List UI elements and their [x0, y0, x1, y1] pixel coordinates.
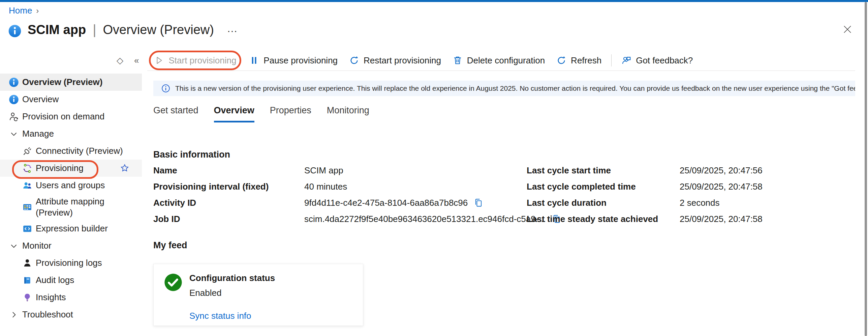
trash-icon [453, 55, 463, 65]
chevron-right-icon [9, 310, 18, 319]
info-banner: This is a new version of the provisionin… [153, 81, 855, 96]
sidebar-group-manage[interactable]: Manage [0, 125, 142, 142]
info-row-name: Name SCIM app [153, 162, 561, 178]
page-title: SCIM app | Overview (Preview) … [8, 22, 238, 38]
scim-app-overview-page: Home › SCIM app | Overview (Preview) … ◇… [0, 0, 868, 336]
delete-configuration-button[interactable]: Delete configuration [447, 52, 551, 69]
lightbulb-icon [22, 292, 32, 303]
table-icon [22, 202, 32, 212]
more-options-icon[interactable]: … [227, 22, 238, 35]
sidebar-item-expression-builder[interactable]: Expression builder [0, 220, 142, 237]
card-title: Configuration status [189, 273, 275, 283]
basic-info-right-column: Last cycle start time 25/09/2025, 20:47:… [527, 162, 763, 227]
info-row-job-id: Job ID scim.4da2272f9f5e40be963463620e51… [153, 211, 561, 227]
tab-monitoring[interactable]: Monitoring [327, 105, 369, 122]
basic-information-heading: Basic information [153, 149, 230, 160]
restart-provisioning-button[interactable]: Restart provisioning [343, 52, 447, 69]
sidebar-group-troubleshoot[interactable]: Troubleshoot [0, 306, 142, 323]
title-separator: | [93, 22, 96, 37]
sidebar-item-connectivity[interactable]: Connectivity (Preview) [0, 142, 142, 160]
sidebar-menu: Overview (Preview) Overview Provision on… [0, 74, 142, 323]
app-name: SCIM app [28, 23, 86, 37]
command-bar: ◇ « Start provisioning Pause provisionin… [111, 51, 699, 70]
sidebar-item-overview-preview[interactable]: Overview (Preview) [0, 74, 142, 91]
person-sync-icon [9, 112, 19, 122]
breadcrumb: Home › [9, 5, 39, 16]
pause-icon [249, 55, 259, 65]
plug-icon [22, 146, 32, 156]
copy-icon[interactable] [474, 198, 483, 207]
resize-handle-icon[interactable]: ◇ [111, 55, 129, 66]
vertical-scrollbar[interactable] [865, 2, 867, 336]
tab-properties[interactable]: Properties [270, 105, 311, 122]
info-outline-icon [161, 84, 170, 93]
sidebar-item-overview[interactable]: Overview [0, 91, 142, 108]
toolbar-divider [611, 54, 612, 66]
chevron-down-icon [9, 242, 18, 250]
collapse-sidebar-icon[interactable]: « [129, 55, 144, 66]
breadcrumb-chevron-icon: › [36, 6, 39, 16]
breadcrumb-home-link[interactable]: Home [9, 5, 32, 16]
sidebar-group-monitor[interactable]: Monitor [0, 237, 142, 254]
refresh-icon [556, 55, 566, 65]
restart-icon [349, 55, 359, 65]
favorite-star-icon[interactable] [120, 163, 129, 173]
app-info-icon [8, 24, 22, 38]
info-row-last-cycle-duration: Last cycle duration 2 seconds [527, 195, 763, 211]
info-row-last-cycle-start: Last cycle start time 25/09/2025, 20:47:… [527, 162, 763, 178]
got-feedback-button[interactable]: Got feedback? [616, 52, 699, 69]
info-row-provisioning-interval: Provisioning interval (fixed) 40 minutes [153, 178, 561, 195]
refresh-button[interactable]: Refresh [551, 52, 607, 69]
tab-overview[interactable]: Overview [214, 105, 254, 122]
sidebar-item-insights[interactable]: Insights [0, 289, 142, 306]
annotation-ring-start-provisioning: Start provisioning [149, 51, 241, 70]
code-icon [22, 224, 32, 234]
tab-get-started[interactable]: Get started [153, 105, 198, 122]
play-icon [154, 55, 164, 65]
my-feed-heading: My feed [153, 240, 187, 251]
provisioning-cycle-icon [22, 163, 32, 173]
info-icon [9, 77, 19, 87]
info-banner-text: This is a new version of the provisionin… [175, 84, 855, 92]
info-row-last-cycle-completed: Last cycle completed time 25/09/2025, 20… [527, 178, 763, 195]
sidebar-item-audit-logs[interactable]: Audit logs [0, 272, 142, 289]
info-icon [9, 94, 19, 105]
sidebar-item-attribute-mapping[interactable]: Attribute mapping (Preview) [0, 194, 142, 220]
chevron-down-icon [9, 130, 18, 138]
command-bar-divider [147, 71, 855, 71]
book-icon [22, 275, 32, 285]
configuration-status-card: Configuration status Enabled Sync status… [153, 264, 363, 326]
sidebar-item-provisioning-logs[interactable]: Provisioning logs [0, 254, 142, 272]
sync-status-info-link[interactable]: Sync status info [189, 311, 275, 321]
check-circle-icon [164, 273, 183, 292]
start-provisioning-button[interactable]: Start provisioning [151, 52, 240, 69]
feedback-icon [621, 55, 631, 65]
status-value: Enabled [189, 288, 275, 298]
basic-info-left-column: Name SCIM app Provisioning interval (fix… [153, 162, 561, 227]
sidebar-item-provision-on-demand[interactable]: Provision on demand [0, 108, 142, 125]
users-icon [22, 180, 32, 191]
close-icon[interactable] [842, 24, 852, 34]
pause-provisioning-button[interactable]: Pause provisioning [243, 52, 343, 69]
person-log-icon [22, 258, 32, 268]
page-section-title: Overview (Preview) [103, 23, 214, 37]
tab-bar: Get started Overview Properties Monitori… [153, 105, 369, 122]
sidebar-item-users-and-groups[interactable]: Users and groups [0, 177, 142, 194]
info-row-last-steady-state: Last time steady state achieved 25/09/20… [527, 211, 763, 227]
info-row-activity-id: Activity ID 9fd4d11e-c4e2-475a-8104-6aa8… [153, 195, 561, 211]
sidebar-item-provisioning[interactable]: Provisioning [0, 160, 142, 177]
top-accent-bar [0, 0, 868, 2]
